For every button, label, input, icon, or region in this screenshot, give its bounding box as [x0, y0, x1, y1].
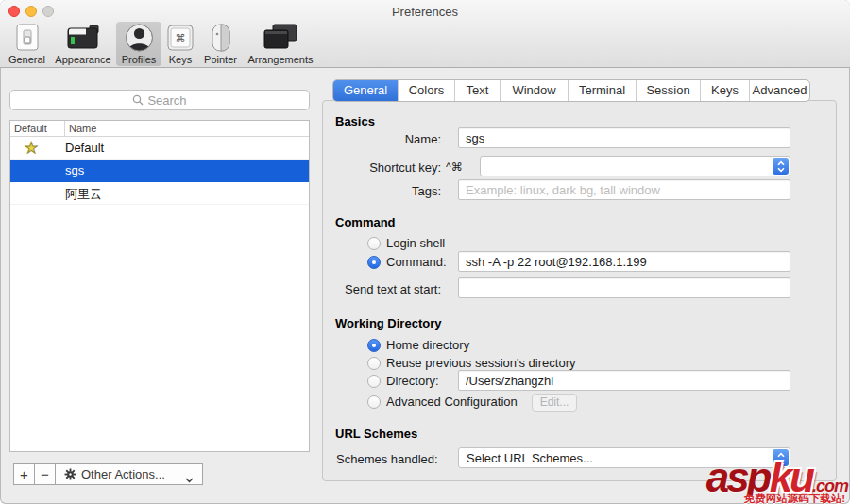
appearance-window-icon	[66, 22, 100, 54]
tags-label: Tags:	[335, 184, 441, 198]
tab-window[interactable]: Window	[500, 80, 568, 101]
radio-off-icon	[367, 237, 381, 250]
toolbar-label: Keys	[169, 54, 192, 65]
chevron-down-icon	[185, 472, 194, 486]
name-field[interactable]	[458, 127, 790, 148]
preferences-window: Preferences General Appearance	[0, 0, 850, 504]
radio-on-icon	[367, 256, 381, 269]
reuse-directory-label: Reuse previous session's directory	[386, 356, 575, 370]
basics-heading: Basics	[335, 114, 375, 128]
radio-off-icon	[367, 357, 381, 370]
other-actions-dropdown[interactable]: Other Actions...	[55, 463, 203, 485]
toolbar-label: Pointer	[204, 54, 237, 65]
send-text-field[interactable]	[458, 277, 790, 298]
search-input[interactable]: Search	[9, 90, 310, 110]
toolbar-item-arrangements[interactable]: Arrangements	[244, 22, 317, 66]
shortcut-modifier-symbols: ^⌘	[446, 160, 463, 174]
column-header-default[interactable]: Default	[14, 123, 47, 134]
directory-label: Directory:	[386, 374, 439, 388]
tab-colors[interactable]: Colors	[398, 80, 454, 101]
profile-row-default[interactable]: ★ Default	[10, 137, 309, 160]
command-key-icon: ⌘	[166, 22, 195, 54]
reuse-directory-radio[interactable]: Reuse previous session's directory	[367, 356, 575, 370]
profile-row-aliyun[interactable]: 阿里云	[10, 182, 309, 205]
toolbar-item-general[interactable]: General	[4, 22, 50, 66]
tags-field[interactable]	[458, 179, 790, 200]
command-heading: Command	[335, 215, 396, 229]
watermark-tagline: 免费网站源码下载站!	[706, 494, 848, 504]
directory-field[interactable]	[458, 370, 790, 391]
login-shell-label: Login shell	[386, 236, 445, 250]
toolbar-item-profiles[interactable]: Profiles	[116, 22, 162, 66]
profile-name: 阿里云	[65, 186, 102, 203]
other-actions-label: Other Actions...	[81, 467, 165, 481]
add-profile-button[interactable]: +	[13, 463, 35, 485]
advanced-configuration-label: Advanced Configuration	[386, 395, 518, 409]
gear-icon	[64, 468, 76, 480]
profile-list-actions: + − Other Actions...	[13, 463, 203, 485]
url-schemes-heading: URL Schemes	[335, 427, 417, 441]
stepper-arrows-icon	[773, 158, 789, 175]
profile-name: sgs	[65, 163, 84, 177]
window-stack-icon	[263, 22, 298, 54]
profile-tabs: General Colors Text Window Terminal Sess…	[332, 79, 810, 102]
tab-general[interactable]: General	[333, 80, 398, 101]
directory-radio[interactable]: Directory:	[367, 374, 439, 388]
shortcut-key-label: Shortcut key:	[335, 160, 441, 175]
remove-profile-button[interactable]: −	[34, 463, 56, 485]
profile-list: Default Name ★ Default sgs 阿里云	[9, 120, 310, 452]
home-directory-radio[interactable]: Home directory	[367, 338, 469, 352]
command-radio[interactable]: Command:	[367, 255, 447, 269]
radio-off-icon	[367, 395, 381, 409]
tab-keys[interactable]: Keys	[700, 80, 749, 101]
login-shell-radio[interactable]: Login shell	[367, 236, 445, 250]
toolbar-label: General	[8, 54, 45, 65]
search-icon	[132, 94, 144, 106]
shortcut-key-popup[interactable]	[480, 156, 790, 176]
command-field[interactable]	[458, 251, 790, 272]
name-label: Name:	[335, 132, 441, 146]
column-divider[interactable]	[64, 121, 65, 136]
edit-button[interactable]: Edit...	[532, 394, 577, 412]
default-star-icon: ★	[25, 139, 38, 157]
column-header-name[interactable]: Name	[69, 123, 96, 134]
profile-row-sgs[interactable]: sgs	[10, 160, 309, 182]
toolbar-label: Appearance	[55, 54, 110, 65]
advanced-configuration-radio[interactable]: Advanced Configuration	[367, 395, 518, 409]
working-directory-heading: Working Directory	[335, 316, 441, 330]
tab-session[interactable]: Session	[636, 80, 700, 101]
toolbar-item-pointer[interactable]: Pointer	[199, 22, 242, 66]
profiles-person-icon	[124, 22, 155, 54]
tab-terminal[interactable]: Terminal	[568, 80, 636, 101]
toolbar-item-appearance[interactable]: Appearance	[52, 22, 114, 66]
profile-name: Default	[65, 141, 104, 155]
stepper-arrows-icon	[773, 449, 789, 466]
light-switch-icon	[13, 22, 42, 54]
home-directory-label: Home directory	[386, 338, 469, 352]
radio-off-icon	[367, 375, 381, 388]
schemes-handled-value: Select URL Schemes...	[467, 451, 593, 465]
search-placeholder: Search	[147, 93, 186, 108]
tab-text[interactable]: Text	[454, 80, 500, 101]
schemes-handled-label: Schemes handled:	[336, 452, 438, 466]
toolbar-item-keys[interactable]: ⌘ Keys	[163, 22, 197, 66]
titlebar-toolbar: Preferences General Appearance	[0, 0, 850, 68]
mouse-icon	[210, 22, 232, 54]
tab-advanced[interactable]: Advanced	[749, 80, 809, 101]
schemes-handled-popup[interactable]: Select URL Schemes...	[458, 447, 790, 468]
send-text-label: Send text at start:	[335, 282, 441, 296]
toolbar-label: Arrangements	[247, 54, 313, 65]
svg-text:⌘: ⌘	[176, 32, 186, 43]
radio-on-icon	[367, 339, 381, 352]
profile-list-header: Default Name	[10, 121, 309, 137]
window-title: Preferences	[0, 5, 850, 19]
toolbar-label: Profiles	[122, 54, 157, 65]
command-radio-label: Command:	[386, 255, 447, 269]
